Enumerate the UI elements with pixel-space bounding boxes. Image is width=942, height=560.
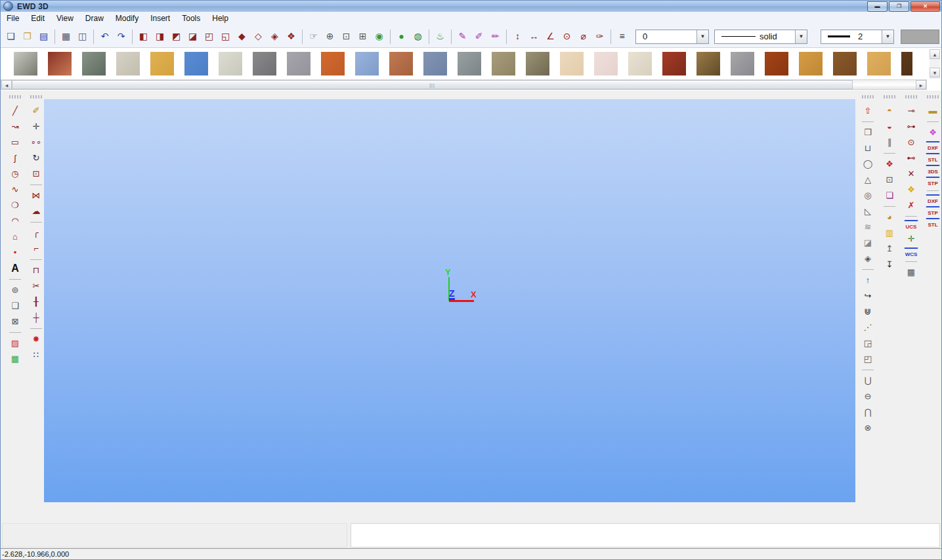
folder-import-tool[interactable]: ↧: [882, 257, 897, 272]
layer-combo[interactable]: 0 ▼: [635, 30, 709, 44]
revision-cloud-tool[interactable]: ☁: [29, 204, 43, 219]
texture-brushed-copper[interactable]: [48, 52, 72, 75]
solid-cube-tool[interactable]: ◈: [861, 251, 875, 266]
texture-bark-tan[interactable]: [526, 52, 549, 75]
snap-center-button[interactable]: ⊙: [904, 135, 918, 150]
menu-draw[interactable]: Draw: [79, 12, 110, 25]
brush-apply-button[interactable]: ✎: [455, 29, 470, 44]
texture-cream-speckle[interactable]: [560, 52, 584, 75]
scroll-down-icon[interactable]: ▾: [930, 68, 940, 77]
menu-tools[interactable]: Tools: [176, 12, 206, 25]
curve-tool[interactable]: ʃ: [8, 151, 22, 165]
cone-tool[interactable]: △: [861, 173, 875, 187]
palette-tool[interactable]: ▦: [8, 352, 22, 366]
chamfer-tool[interactable]: ⌐: [29, 242, 43, 256]
section-plane-tool[interactable]: ◓: [882, 104, 897, 118]
edit-polyline-tool[interactable]: ⊓: [29, 263, 43, 278]
select-region-tool[interactable]: ⊠: [8, 314, 22, 329]
zoom-dynamic-button[interactable]: ⊕: [322, 29, 337, 44]
texture-walnut-wood[interactable]: [833, 52, 857, 75]
sphere-tool[interactable]: ◯: [861, 157, 875, 171]
clip-volume-tool[interactable]: ❖: [882, 157, 897, 171]
boolean-interfere-tool[interactable]: ⊗: [861, 421, 875, 435]
color-swatch-button[interactable]: [901, 30, 939, 44]
box-tool[interactable]: ❒: [861, 125, 875, 140]
sweep-tool[interactable]: ↪: [861, 289, 875, 303]
linewidth-combo-arrow-icon[interactable]: ▼: [882, 30, 893, 43]
thicken-face-tool[interactable]: ◲: [861, 336, 875, 351]
path-3d-tool[interactable]: ⋰: [861, 320, 875, 335]
point-tool[interactable]: •: [8, 246, 22, 260]
erase-tool[interactable]: ✐: [29, 104, 43, 118]
arc-tool[interactable]: ◠: [8, 214, 22, 228]
image-tool[interactable]: ⊚: [8, 283, 22, 297]
cap-face-tool[interactable]: ◰: [861, 352, 875, 366]
render-bars-tool[interactable]: ▥: [882, 226, 897, 240]
ucs-button[interactable]: UCS: [904, 220, 918, 230]
texture-oak-wood[interactable]: [799, 52, 823, 75]
cylinder-tool[interactable]: ⊔: [861, 141, 875, 156]
texture-red-brick[interactable]: [662, 52, 686, 75]
torus-tool[interactable]: ◎: [861, 188, 875, 203]
view-right-button[interactable]: ◪: [185, 29, 200, 44]
zoom-extents-button[interactable]: ⊞: [355, 29, 370, 44]
export-stp-button[interactable]: STP: [926, 206, 940, 217]
text-tool[interactable]: A: [8, 261, 22, 276]
texture-cherry-wood[interactable]: [765, 52, 788, 75]
press-pull-tool[interactable]: ⇧: [861, 104, 875, 118]
layer-combo-arrow-icon[interactable]: ▼: [696, 30, 708, 43]
vscroll-track[interactable]: [930, 59, 940, 68]
scroll-left-icon[interactable]: ◂: [1, 80, 12, 89]
view-top-button[interactable]: ◰: [202, 29, 217, 44]
move-tool[interactable]: ✛: [29, 119, 43, 134]
snap-nearest-button[interactable]: ⊷: [904, 151, 918, 165]
boolean-intersect-tool[interactable]: ⋂: [861, 405, 875, 420]
extrude-tool[interactable]: ↑: [861, 273, 875, 288]
break-tool[interactable]: ╂: [29, 295, 43, 309]
ruler-tool[interactable]: ▬: [926, 104, 940, 118]
hatch-tool[interactable]: ▨: [8, 336, 22, 351]
scroll-up-icon[interactable]: ▴: [930, 49, 940, 59]
live-section-tool[interactable]: ◒: [882, 119, 897, 134]
menu-modify[interactable]: Modify: [110, 12, 144, 25]
dim-radius-button[interactable]: ⊙: [559, 29, 574, 44]
view-back-button[interactable]: ◨: [152, 29, 167, 44]
import-3ds-button[interactable]: 3DS: [926, 165, 940, 175]
texture-pine-wood[interactable]: [867, 52, 891, 75]
mesh-surface-tool[interactable]: ≋: [861, 220, 875, 234]
hscroll-track[interactable]: [853, 80, 916, 89]
texture-clay-marble[interactable]: [389, 52, 413, 75]
texture-hscrollbar[interactable]: ◂ ||| ▸: [1, 79, 927, 90]
snap-intersection-button[interactable]: ✕: [904, 167, 918, 181]
texture-woven-tan[interactable]: [492, 52, 515, 75]
texture-old-brick[interactable]: [696, 52, 720, 75]
line-tool[interactable]: ╱: [8, 104, 22, 118]
uv-mapping-button[interactable]: ♨: [433, 29, 448, 44]
texture-white-terrazzo[interactable]: [219, 52, 242, 75]
boolean-union-tool[interactable]: ⋃: [861, 374, 875, 388]
export-dxf-button[interactable]: DXF: [926, 194, 940, 205]
dim-angle-button[interactable]: ∠: [543, 29, 558, 44]
fillet-tool[interactable]: ╭: [29, 226, 43, 240]
texture-green-stone[interactable]: [82, 52, 106, 75]
linewidth-combo[interactable]: 2 ▼: [821, 30, 894, 44]
view-se-iso-button[interactable]: ◇: [251, 29, 266, 44]
copy-clip-tool[interactable]: ❑: [8, 299, 22, 313]
menu-edit[interactable]: Edit: [25, 12, 51, 25]
bounding-box-tool[interactable]: ⊡: [882, 173, 897, 187]
folder-export-tool[interactable]: ↥: [882, 242, 897, 256]
import-dxf-button[interactable]: DXF: [926, 141, 940, 152]
print-preview-button[interactable]: ◫: [75, 29, 90, 44]
shade-mode-button[interactable]: ●: [394, 29, 409, 44]
wedge-tool[interactable]: ◺: [861, 204, 875, 219]
texture-slate-blue[interactable]: [423, 52, 447, 75]
view-sw-iso-button[interactable]: ◆: [234, 29, 249, 44]
snap-object-button[interactable]: ❖: [904, 183, 918, 197]
texture-gold-plaster[interactable]: [150, 52, 174, 75]
redo-button[interactable]: ↷: [114, 29, 129, 44]
texture-vscrollbar[interactable]: ▴ ▾: [930, 49, 940, 79]
new-file-button[interactable]: ❏: [3, 29, 18, 44]
ucs-icon-button[interactable]: ✛: [904, 232, 918, 246]
snap-none-button[interactable]: ✗: [904, 198, 918, 213]
view-left-button[interactable]: ◩: [169, 29, 184, 44]
